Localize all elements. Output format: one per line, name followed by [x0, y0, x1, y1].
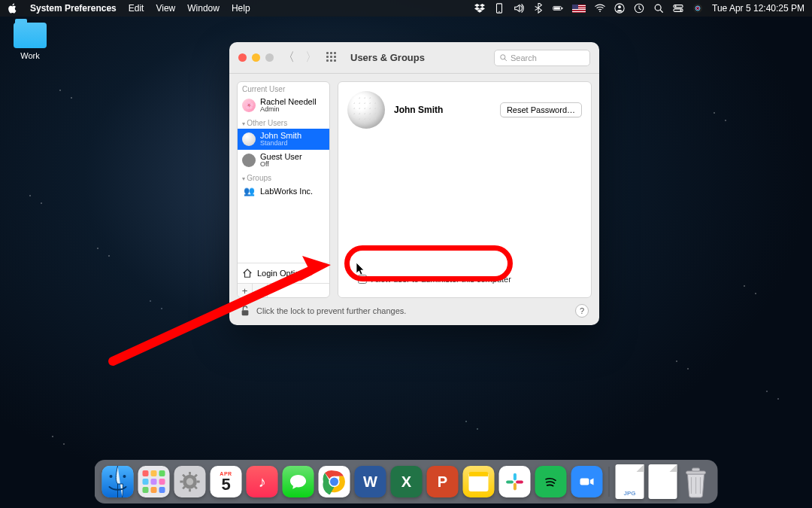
- add-user-button[interactable]: +: [238, 284, 253, 297]
- login-options-label: Login Options: [257, 269, 308, 278]
- window-title: Users & Groups: [350, 52, 425, 63]
- input-source-flag[interactable]: [572, 5, 586, 13]
- dock-music[interactable]: ♪: [247, 466, 278, 497]
- forward-button[interactable]: 〉: [304, 50, 319, 65]
- sidebar-item-guest-user[interactable]: Guest UserOff: [238, 150, 329, 171]
- svg-rect-3: [554, 7, 560, 9]
- user-detail-panel: John Smith Reset Password… Allow user to…: [338, 81, 592, 298]
- close-button[interactable]: [238, 53, 247, 62]
- spotlight-icon[interactable]: [653, 3, 664, 14]
- menu-edit[interactable]: Edit: [129, 3, 144, 14]
- home-icon: [242, 268, 253, 278]
- sidebar-item-john-smith[interactable]: John SmithStandard: [238, 129, 329, 150]
- calendar-day: 5: [221, 476, 230, 493]
- user-icon[interactable]: [614, 3, 625, 14]
- volume-icon[interactable]: [514, 3, 524, 14]
- apple-menu[interactable]: [8, 3, 18, 14]
- svg-point-13: [680, 10, 681, 11]
- svg-rect-4: [562, 8, 562, 10]
- time-machine-icon[interactable]: [634, 3, 644, 14]
- wifi-icon[interactable]: [595, 3, 605, 14]
- unlock-icon[interactable]: [240, 306, 250, 316]
- svg-point-22: [123, 475, 126, 478]
- dropbox-icon[interactable]: [474, 3, 485, 14]
- dock-separator: [609, 467, 610, 497]
- admin-checkbox-row[interactable]: Allow user to administer this computer: [347, 275, 582, 288]
- dock-powerpoint[interactable]: P: [427, 466, 459, 497]
- menu-help[interactable]: Help: [232, 3, 250, 14]
- svg-point-1: [498, 11, 499, 12]
- dock-excel[interactable]: X: [391, 466, 423, 497]
- avatar-icon: 🌸: [242, 99, 256, 112]
- lock-row: Click the lock to prevent further change…: [229, 298, 599, 325]
- svg-rect-34: [686, 471, 706, 474]
- reset-password-button[interactable]: Reset Password…: [500, 102, 582, 117]
- siri-icon[interactable]: [692, 3, 703, 14]
- user-role: Off: [260, 161, 302, 169]
- dock-file-jpg[interactable]: JPG: [616, 464, 644, 499]
- dock-word[interactable]: W: [355, 466, 386, 497]
- dock-file-generic[interactable]: [649, 464, 677, 499]
- zoom-button[interactable]: [265, 53, 274, 62]
- svg-point-14: [693, 4, 702, 13]
- help-button[interactable]: ?: [575, 304, 589, 318]
- section-current-user: Current User: [238, 82, 329, 95]
- svg-point-21: [110, 475, 113, 478]
- clock[interactable]: Tue Apr 5 12:40:25 PM: [712, 3, 804, 14]
- search-placeholder: Search: [511, 53, 537, 62]
- detail-user-name: John Smith: [394, 105, 443, 115]
- svg-rect-30: [514, 483, 517, 491]
- svg-point-11: [674, 5, 676, 7]
- svg-rect-33: [580, 479, 589, 485]
- user-role: Standard: [260, 140, 301, 148]
- svg-rect-31: [516, 480, 523, 483]
- admin-checkbox[interactable]: [358, 275, 367, 284]
- bluetooth-icon[interactable]: [533, 3, 544, 14]
- sidebar-item-group[interactable]: 👥 LabWorks Inc.: [238, 184, 329, 199]
- search-field[interactable]: Search: [494, 50, 590, 66]
- folder-icon: [14, 23, 47, 48]
- avatar-icon: [242, 132, 256, 146]
- menu-view[interactable]: View: [156, 3, 175, 14]
- dock-zoom[interactable]: [571, 466, 603, 497]
- login-options[interactable]: Login Options: [238, 263, 329, 283]
- dock-chrome[interactable]: [319, 466, 350, 497]
- svg-point-5: [599, 11, 601, 12]
- user-avatar[interactable]: [347, 91, 385, 129]
- phone-sync-icon[interactable]: [494, 3, 504, 14]
- show-all-button[interactable]: [326, 52, 338, 64]
- dock-system-preferences[interactable]: [174, 466, 206, 497]
- avatar-icon: [242, 154, 256, 167]
- back-button[interactable]: 〈: [281, 50, 296, 65]
- dock: APR 5 ♪ W X P JPG: [95, 460, 718, 503]
- folder-label: Work: [8, 51, 53, 60]
- dock-notes[interactable]: [463, 466, 495, 497]
- svg-point-24: [186, 478, 193, 485]
- group-name: LabWorks Inc.: [260, 187, 313, 196]
- svg-rect-29: [506, 480, 514, 483]
- dock-launchpad[interactable]: [138, 466, 170, 497]
- sidebar-item-current-user[interactable]: 🌸 Rachel NeedellAdmin: [238, 95, 329, 116]
- dock-trash[interactable]: [682, 465, 710, 498]
- dock-slack[interactable]: [499, 466, 531, 497]
- group-icon: 👥: [242, 186, 256, 196]
- titlebar: 〈 〉 Users & Groups Search: [229, 42, 599, 74]
- svg-rect-35: [692, 468, 700, 471]
- section-groups[interactable]: Groups: [238, 171, 329, 184]
- dock-calendar[interactable]: APR 5: [211, 466, 242, 497]
- control-center-icon[interactable]: [673, 3, 683, 14]
- minimize-button[interactable]: [252, 53, 260, 62]
- section-other-users[interactable]: Other Users: [238, 116, 329, 129]
- desktop-folder-work[interactable]: Work: [8, 23, 53, 60]
- dock-finder[interactable]: [102, 466, 134, 497]
- dock-spotify[interactable]: [535, 466, 567, 497]
- dock-messages[interactable]: [283, 466, 314, 497]
- battery-icon[interactable]: [553, 3, 563, 14]
- svg-point-7: [618, 5, 621, 8]
- menubar: System Preferences Edit View Window Help…: [0, 0, 812, 17]
- remove-user-button[interactable]: −: [253, 284, 268, 297]
- menu-window[interactable]: Window: [187, 3, 220, 14]
- users-sidebar: Current User 🌸 Rachel NeedellAdmin Other…: [237, 81, 330, 298]
- app-name[interactable]: System Preferences: [30, 3, 117, 14]
- svg-rect-18: [242, 310, 249, 315]
